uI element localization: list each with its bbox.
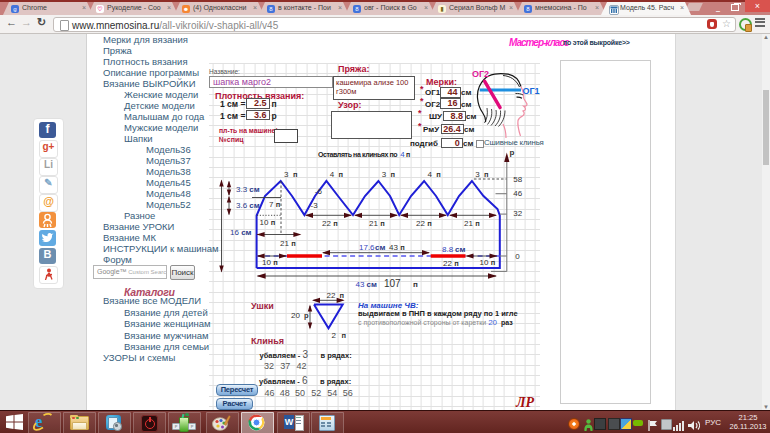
svg-text:22 п: 22 п	[443, 259, 459, 268]
svg-text:21 п: 21 п	[369, 219, 385, 228]
svg-text:3 п: 3 п	[382, 170, 395, 179]
svg-text:10 п: 10 п	[480, 258, 496, 267]
svg-text:7 п: 7 п	[269, 200, 280, 209]
svg-text:58: 58	[513, 175, 522, 184]
svg-text:-3: -3	[311, 201, 319, 210]
svg-text:43 п: 43 п	[389, 243, 405, 252]
svg-text:см: см	[367, 280, 377, 289]
svg-text:3 п: 3 п	[475, 170, 488, 179]
svg-text:см: см	[455, 245, 465, 254]
svg-text:3 п: 3 п	[284, 170, 297, 179]
svg-text:р: р	[510, 148, 515, 157]
svg-text:21 п: 21 п	[464, 219, 480, 228]
svg-text:46: 46	[513, 189, 522, 198]
svg-text:10 п: 10 п	[262, 258, 278, 267]
svg-text:3.6 см: 3.6 см	[236, 201, 260, 210]
svg-text:п: п	[342, 331, 347, 340]
svg-text:22 п: 22 п	[322, 219, 338, 228]
svg-text:21 п: 21 п	[280, 239, 296, 248]
svg-text:4 п: 4 п	[330, 170, 343, 179]
svg-text:107: 107	[384, 278, 401, 289]
svg-text:16 см: 16 см	[230, 228, 252, 237]
svg-text:см: см	[375, 243, 385, 252]
svg-text:4 п: 4 п	[427, 170, 440, 179]
svg-text:20: 20	[291, 311, 300, 320]
svg-text:п: п	[413, 280, 418, 289]
svg-text:3.3 см: 3.3 см	[236, 185, 260, 194]
svg-text:22 п: 22 п	[416, 219, 432, 228]
svg-text:22: 22	[327, 291, 336, 300]
svg-text:43: 43	[356, 280, 365, 289]
svg-text:ОГ2: ОГ2	[472, 69, 489, 79]
svg-text:ОГ1: ОГ1	[523, 86, 540, 96]
svg-text:8.8: 8.8	[442, 245, 454, 254]
svg-text:2: 2	[332, 331, 337, 340]
svg-text:0: 0	[515, 252, 520, 261]
svg-text:17.6: 17.6	[359, 243, 375, 252]
svg-text:-6: -6	[315, 187, 323, 196]
svg-text:10 п: 10 п	[260, 218, 276, 227]
svg-text:32: 32	[513, 209, 522, 218]
svg-text:р: р	[304, 311, 309, 320]
svg-text:п: п	[340, 291, 345, 300]
